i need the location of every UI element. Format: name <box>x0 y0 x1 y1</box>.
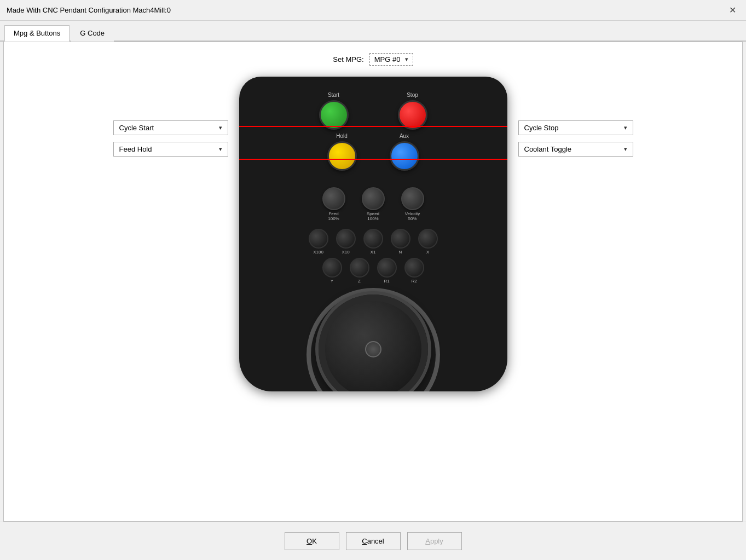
aux-label: Aux <box>400 133 409 139</box>
mpg-select-wrapper[interactable]: MPG #0 MPG #1 MPG #2 ▾ <box>369 53 413 66</box>
x1-knob[interactable] <box>363 229 383 249</box>
selector-z: Z <box>350 258 369 284</box>
velocity-knob-group: Velocity50% <box>401 187 424 221</box>
cycle-stop-dropdown[interactable]: Cycle Stop Cycle Start Feed Hold Coolant… <box>518 120 633 135</box>
hold-button[interactable] <box>327 141 357 171</box>
titlebar: Made With CNC Pendant Configuration Mach… <box>0 0 746 21</box>
coolant-toggle-select[interactable]: Coolant Toggle Cycle Start Feed Hold Cyc… <box>524 145 624 153</box>
selector-x10: X10 <box>336 229 356 255</box>
cancel-button[interactable]: Cancel <box>346 532 401 550</box>
cycle-start-arrow-icon: ▾ <box>219 124 222 131</box>
start-label: Start <box>328 92 339 98</box>
stop-btn-group: Stop <box>398 92 427 130</box>
set-mpg-row: Set MPG: MPG #0 MPG #1 MPG #2 ▾ <box>333 53 413 66</box>
velocity-knob[interactable] <box>401 187 424 210</box>
hold-label: Hold <box>336 133 348 139</box>
left-controls: Cycle Start Feed Hold Cycle Stop Coolant… <box>113 120 228 157</box>
start-button[interactable] <box>319 100 349 130</box>
feed-knob-group: Feed100% <box>322 187 345 221</box>
z-knob[interactable] <box>350 258 369 278</box>
selector-y: Y <box>322 258 342 284</box>
mpg-select[interactable]: MPG #0 MPG #1 MPG #2 <box>374 55 403 63</box>
speed-knob-label: Speed100% <box>367 211 379 221</box>
stop-label: Stop <box>407 92 418 98</box>
y-knob[interactable] <box>322 258 342 278</box>
speed-knob[interactable] <box>362 187 385 210</box>
aux-btn-group: Aux <box>390 133 419 171</box>
velocity-knob-label: Velocity50% <box>405 211 420 221</box>
apply-button[interactable]: Apply <box>407 532 462 550</box>
selector-r1: R1 <box>377 258 397 284</box>
red-line-hold <box>239 159 507 160</box>
cycle-start-dropdown[interactable]: Cycle Start Feed Hold Cycle Stop Coolant… <box>113 120 228 135</box>
pendant-container: Start Stop Hold <box>239 77 507 394</box>
tabbar: Mpg & Buttons G Code <box>0 21 746 42</box>
main-content: Set MPG: MPG #0 MPG #1 MPG #2 ▾ Cycle St… <box>3 42 743 522</box>
x100-knob[interactable] <box>309 229 328 249</box>
mpg-dropdown-arrow-icon: ▾ <box>405 56 408 63</box>
r2-knob[interactable] <box>404 258 424 278</box>
selector-x: X <box>418 229 438 255</box>
feed-hold-dropdown[interactable]: Feed Hold Cycle Start Cycle Stop Coolant… <box>113 142 228 157</box>
tab-gcode[interactable]: G Code <box>71 25 114 42</box>
stop-button[interactable] <box>398 100 427 130</box>
feed-knob-label: Feed100% <box>328 211 339 221</box>
hold-btn-group: Hold <box>327 133 357 171</box>
mpg-wheel-center <box>365 341 381 357</box>
cycle-start-select[interactable]: Cycle Start Feed Hold Cycle Stop Coolant… <box>119 124 219 132</box>
x-knob[interactable] <box>418 229 438 249</box>
feed-hold-select[interactable]: Feed Hold Cycle Start Cycle Stop Coolant… <box>119 145 219 153</box>
right-controls: Cycle Stop Cycle Start Feed Hold Coolant… <box>518 120 633 157</box>
speed-knob-group: Speed100% <box>362 187 385 221</box>
selector-x1: X1 <box>363 229 383 255</box>
cycle-stop-arrow-icon: ▾ <box>624 124 627 131</box>
ok-button[interactable]: OK <box>285 532 339 550</box>
coolant-toggle-dropdown[interactable]: Coolant Toggle Cycle Start Feed Hold Cyc… <box>518 142 633 157</box>
r1-knob[interactable] <box>377 258 397 278</box>
x10-knob[interactable] <box>336 229 356 249</box>
pendant-body: Start Stop Hold <box>239 77 507 391</box>
red-line-start <box>239 126 507 127</box>
selector-x100: X100 <box>309 229 328 255</box>
coolant-toggle-arrow-icon: ▾ <box>624 146 627 153</box>
pendant-layout: Cycle Start Feed Hold Cycle Stop Coolant… <box>15 77 731 510</box>
selector-r2: R2 <box>404 258 424 284</box>
start-btn-group: Start <box>319 92 349 130</box>
window-title: Made With CNC Pendant Configuration Mach… <box>7 6 171 14</box>
set-mpg-label: Set MPG: <box>333 55 363 63</box>
feed-hold-arrow-icon: ▾ <box>219 146 222 153</box>
bottom-bar: OK Cancel Apply <box>0 522 746 560</box>
cycle-stop-select[interactable]: Cycle Stop Cycle Start Feed Hold Coolant… <box>524 124 624 132</box>
wheel-container <box>239 295 507 391</box>
selector-n: N <box>391 229 410 255</box>
knobs-row: Feed100% Speed100% Velocity50% <box>239 187 507 221</box>
close-button[interactable]: ✕ <box>726 4 739 16</box>
tab-mpg-buttons[interactable]: Mpg & Buttons <box>4 25 70 42</box>
n-knob[interactable] <box>391 229 410 249</box>
feed-knob[interactable] <box>322 187 345 210</box>
aux-button[interactable] <box>390 141 419 171</box>
